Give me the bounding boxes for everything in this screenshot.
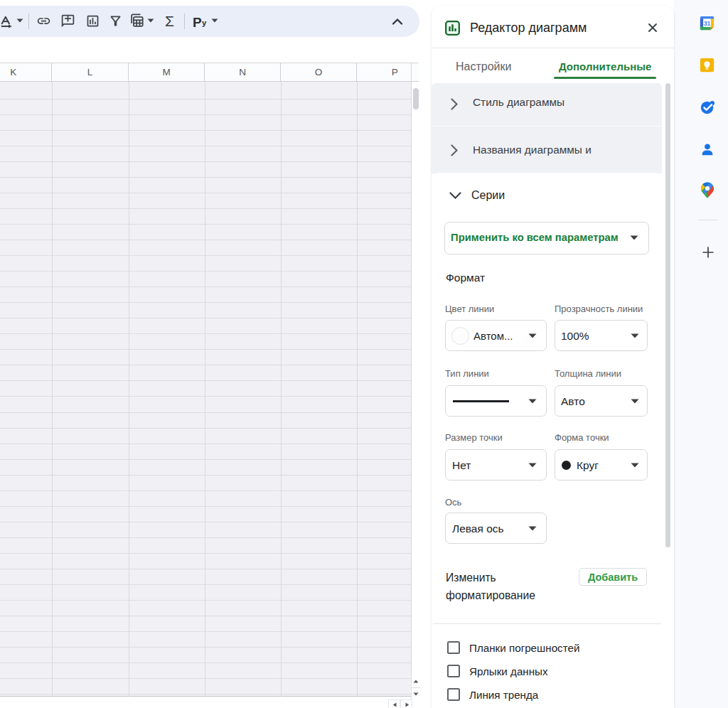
svg-text:31: 31 [704,20,711,27]
